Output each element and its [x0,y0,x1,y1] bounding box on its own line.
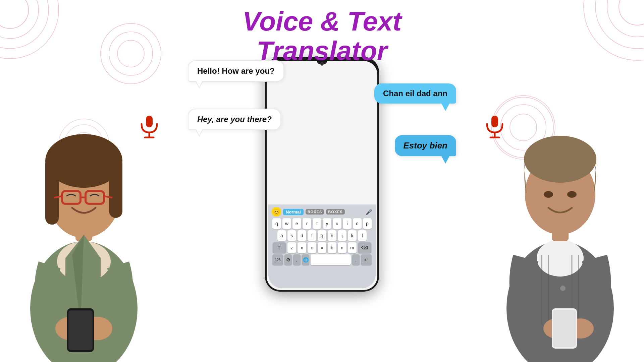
key-k[interactable]: k [348,230,357,241]
svg-rect-22 [45,158,59,225]
key-x[interactable]: x [298,242,306,253]
key-q[interactable]: q [272,218,281,229]
bubble-hello: Hello! How are you? [188,60,284,82]
key-backspace[interactable]: ⌫ [358,242,371,253]
bubble-chan-text: Chan eil dad ann [383,89,447,98]
svg-point-39 [544,191,553,198]
key-g[interactable]: g [318,230,326,241]
key-comma[interactable]: , [293,254,301,265]
svg-point-7 [619,0,644,25]
key-w[interactable]: w [282,218,291,229]
keyboard-toolbar: 😊 Normal BOXES BOXES 🎤 [270,206,374,218]
keyboard[interactable]: 😊 Normal BOXES BOXES 🎤 q w e r t y u i o… [268,204,376,288]
bubble-estoy: Estoy bien [395,135,456,156]
key-s[interactable]: s [287,230,296,241]
key-c[interactable]: c [308,242,316,253]
key-z[interactable]: z [287,242,296,253]
key-period[interactable]: . [352,254,360,265]
svg-rect-33 [68,310,93,350]
key-m[interactable]: m [348,242,357,253]
bubble-hello-text: Hello! How are you? [197,66,275,75]
svg-point-40 [567,191,577,198]
key-globe[interactable]: 🌐 [302,254,309,265]
key-row-2: a s d f g h j k l [270,230,374,241]
bubble-row-1: Hello! How are you? [188,60,456,82]
bubble-row-4: Estoy bien [188,135,456,156]
normal-button[interactable]: Normal [283,209,304,215]
key-space[interactable] [311,254,351,265]
key-row-1: q w e r t y u i o p [270,218,374,229]
key-row-3: ⇧ z x c v b n m ⌫ [270,242,374,253]
key-y[interactable]: y [323,218,331,229]
key-r[interactable]: r [303,218,311,229]
key-u[interactable]: u [333,218,341,229]
svg-point-49 [560,286,566,291]
svg-rect-48 [553,310,576,347]
svg-point-10 [584,0,644,60]
bubble-hey: Hey, are you there? [188,109,281,130]
key-p[interactable]: p [363,218,372,229]
svg-point-2 [0,0,49,49]
key-j[interactable]: j [338,230,346,241]
key-v[interactable]: v [318,242,326,253]
mic-icon-left [138,114,161,142]
svg-point-1 [0,0,39,39]
bubble-row-2: Chan eil dad ann [188,83,456,104]
title-line1: Voice & Text [243,7,401,36]
svg-rect-53 [491,116,498,127]
bubble-hey-text: Hey, are you there? [197,115,272,124]
key-a[interactable]: a [277,230,286,241]
boxes-button-1[interactable]: BOXES [306,209,324,215]
bubble-chan: Chan eil dad ann [374,83,456,104]
boxes-button-2[interactable]: BOXES [326,209,345,215]
key-l[interactable]: l [358,230,367,241]
bubble-row-3: Hey, are you there? [188,109,456,130]
bubble-estoy-text: Estoy bien [404,140,447,150]
svg-point-35 [537,240,584,277]
svg-point-0 [0,0,29,28]
bubbles-container: Hello! How are you? Chan eil dad ann Hey… [188,60,456,161]
key-n[interactable]: n [338,242,346,253]
key-o[interactable]: o [353,218,362,229]
key-settings[interactable]: ⚙ [284,254,292,265]
svg-point-3 [0,0,59,59]
person-right [476,60,644,362]
key-row-4: 123 ⚙ , 🌐 . ↵ [270,254,374,265]
svg-rect-23 [109,158,122,218]
key-enter[interactable]: ↵ [361,254,372,265]
key-i[interactable]: i [343,218,352,229]
key-123[interactable]: 123 [272,254,283,265]
keyboard-mic-button[interactable]: 🎤 [366,209,372,215]
svg-point-9 [595,0,644,49]
emoji-button[interactable]: 😊 [272,207,281,217]
mic-icon-right [483,114,506,142]
key-d[interactable]: d [298,230,306,241]
key-h[interactable]: h [328,230,336,241]
svg-point-8 [607,0,644,37]
key-shift[interactable]: ⇧ [273,242,286,253]
key-f[interactable]: f [308,230,316,241]
svg-rect-50 [146,116,153,127]
title-section: Voice & Text Translator [243,7,401,66]
key-e[interactable]: e [292,218,301,229]
key-t[interactable]: t [313,218,321,229]
svg-point-38 [524,136,596,183]
key-b[interactable]: b [328,242,336,253]
person-left [0,60,168,362]
